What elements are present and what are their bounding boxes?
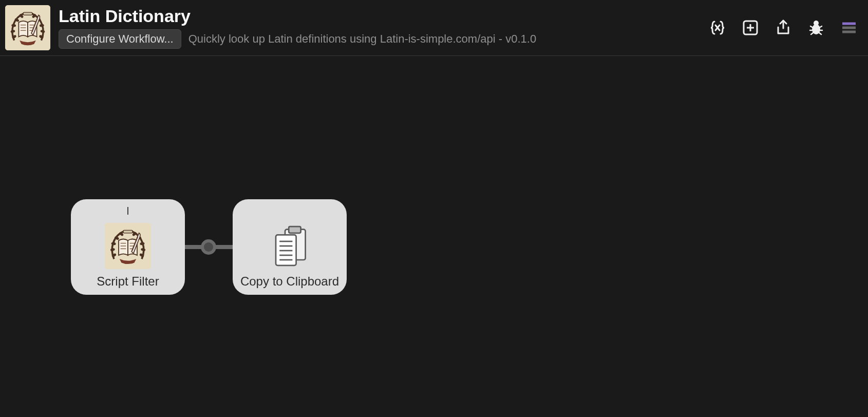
debug-icon[interactable] [807, 19, 825, 36]
workflow-title: Latin Dictionary [59, 7, 191, 26]
clipboard-icon [267, 223, 313, 269]
workflow-canvas[interactable]: l Script Filter Copy to Clipboard [0, 56, 868, 417]
toolbar [709, 19, 858, 36]
svg-point-31 [814, 21, 819, 26]
title-block: Latin Dictionary Configure Workflow... Q… [59, 7, 536, 48]
node-keyword: l [127, 205, 129, 218]
book-quill-icon [105, 223, 151, 269]
variables-icon[interactable] [709, 19, 726, 36]
workflow-description: Quickly look up Latin definitions using … [188, 32, 536, 46]
workflow-header: Latin Dictionary Configure Workflow... Q… [0, 0, 868, 56]
edge-knob[interactable] [201, 239, 216, 255]
workflow-icon[interactable] [5, 5, 50, 50]
node-copy-to-clipboard[interactable]: Copy to Clipboard [233, 199, 347, 295]
export-icon[interactable] [775, 19, 792, 36]
node-label: Copy to Clipboard [240, 274, 339, 289]
node-script-filter[interactable]: l Script Filter [71, 199, 185, 295]
menu-icon[interactable] [840, 19, 858, 36]
node-label: Script Filter [97, 274, 159, 289]
add-icon[interactable] [742, 19, 759, 36]
configure-workflow-button[interactable]: Configure Workflow... [59, 29, 181, 49]
